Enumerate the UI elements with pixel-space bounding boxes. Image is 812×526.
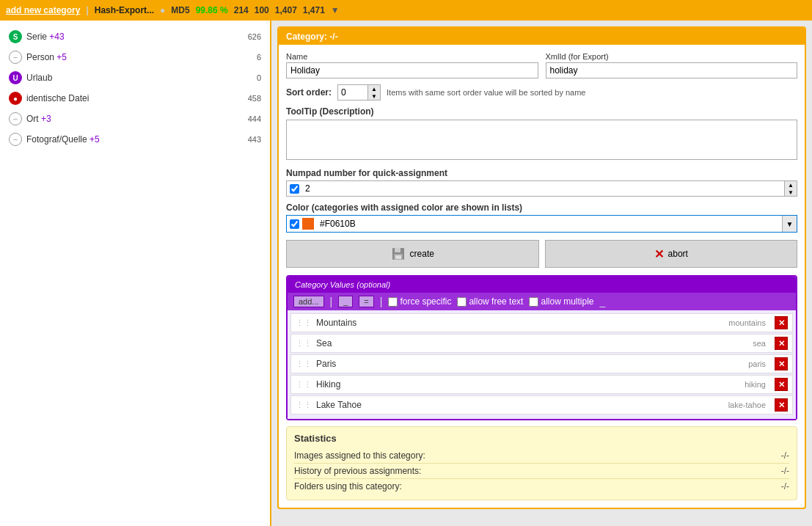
drag-handle-mountains[interactable]: ⋮⋮ xyxy=(296,318,312,328)
numpad-input[interactable] xyxy=(302,181,784,196)
color-swatch xyxy=(302,218,314,230)
statistics-title: Statistics xyxy=(294,433,789,444)
xmlid-input[interactable] xyxy=(546,62,798,78)
allow-free-text-checkbox[interactable] xyxy=(457,297,467,307)
right-panel: Category: -/- Name XmlId (for Export) xyxy=(271,21,812,526)
delete-hiking-btn[interactable]: ✕ xyxy=(775,378,788,391)
drag-handle-hiking[interactable]: ⋮⋮ xyxy=(296,380,312,390)
cat-values-toolbar: add... | _ = | force specific allow free… xyxy=(288,293,796,310)
value-id-hiking: hiking xyxy=(745,380,766,389)
value-name-laketahoe: Lake Tahoe xyxy=(316,400,724,410)
urlaub-icon: U xyxy=(9,71,22,84)
value-name-paris: Paris xyxy=(316,359,744,369)
value-id-paris: paris xyxy=(748,359,766,368)
abort-x-icon: ✕ xyxy=(654,247,664,261)
sort-down-btn[interactable]: ▼ xyxy=(368,92,380,100)
category-values-section: Category Values (optional) add... | _ = … xyxy=(286,275,797,420)
numpad-spinner: ▲ ▼ xyxy=(784,181,797,196)
sidebar: S Serie +43 626 − Person +5 6 U Urlaub 0… xyxy=(0,21,271,526)
color-input-row: ▼ xyxy=(286,215,797,233)
toolbar-btn2[interactable]: = xyxy=(359,296,373,307)
value-name-mountains: Mountains xyxy=(316,318,724,328)
toolbar-underscore: _ xyxy=(599,296,605,307)
sidebar-item-fotograf[interactable]: − Fotograf/Quelle +5 443 xyxy=(0,129,270,150)
cat-values-body: ⋮⋮ Mountains mountains ✕ ⋮⋮ Sea sea ✕ xyxy=(288,310,796,419)
sidebar-label-person: Person +5 xyxy=(26,52,239,62)
force-specific-label[interactable]: force specific xyxy=(388,296,451,307)
delete-paris-btn[interactable]: ✕ xyxy=(775,357,788,370)
list-item: ⋮⋮ Lake Tahoe lake-tahoe ✕ xyxy=(290,395,793,414)
value-id-laketahoe: lake-tahoe xyxy=(728,401,766,409)
num3: 1,407 xyxy=(275,5,297,15)
tooltip-group: ToolTip (Description) xyxy=(286,106,797,162)
sort-desc: Items with same sort order value will be… xyxy=(387,88,585,97)
md5-percent: 99.86 % xyxy=(196,5,228,15)
sidebar-label-fotograf: Fotograf/Quelle +5 xyxy=(26,134,239,145)
value-name-hiking: Hiking xyxy=(316,379,740,390)
separator-1: | xyxy=(86,5,88,15)
sidebar-count-fotograf: 443 xyxy=(239,135,261,144)
topbar-dropdown[interactable]: ▼ xyxy=(331,5,340,15)
delete-laketahoe-btn[interactable]: ✕ xyxy=(775,398,788,412)
stats-value-history: -/- xyxy=(760,466,789,476)
sidebar-label-serie: Serie +43 xyxy=(26,32,239,42)
add-category-link[interactable]: add new category xyxy=(6,5,80,15)
color-row: Color (categories with assigned color ar… xyxy=(286,202,797,233)
statistics-section: Statistics Images assigned to this categ… xyxy=(286,426,797,500)
name-input[interactable] xyxy=(286,62,538,78)
allow-multiple-label[interactable]: allow multiple xyxy=(529,296,593,307)
color-checkbox[interactable] xyxy=(290,219,299,229)
numpad-checkbox[interactable] xyxy=(290,184,299,194)
create-button[interactable]: create xyxy=(286,240,539,268)
sort-up-btn[interactable]: ▲ xyxy=(368,85,380,92)
stats-label-images: Images assigned to this category: xyxy=(294,450,760,461)
numpad-row: Numpad number for quick-assignment ▲ ▼ xyxy=(286,168,797,197)
num1: 214 xyxy=(234,5,249,15)
abort-button[interactable]: ✕ abort xyxy=(545,240,798,268)
list-item: ⋮⋮ Paris paris ✕ xyxy=(290,354,793,373)
delete-mountains-btn[interactable]: ✕ xyxy=(775,316,788,329)
sidebar-item-identische[interactable]: ● identische Datei 458 xyxy=(0,88,270,109)
sort-input[interactable] xyxy=(338,86,367,99)
delete-sea-btn[interactable]: ✕ xyxy=(775,337,788,350)
sidebar-item-urlaub[interactable]: U Urlaub 0 xyxy=(0,67,270,88)
value-id-sea: sea xyxy=(753,339,766,348)
xmlid-label: XmlId (for Export) xyxy=(546,52,798,61)
sort-label: Sort order: xyxy=(286,87,332,98)
sidebar-item-serie[interactable]: S Serie +43 626 xyxy=(0,26,270,47)
sidebar-item-person[interactable]: − Person +5 6 xyxy=(0,47,270,67)
allow-multiple-checkbox[interactable] xyxy=(529,297,538,307)
stats-label-folders: Folders using this category: xyxy=(294,481,760,492)
sidebar-count-person: 6 xyxy=(239,53,261,62)
button-row: create ✕ abort xyxy=(286,240,797,268)
category-body: Name XmlId (for Export) Sort order: ▲ xyxy=(279,45,805,508)
allow-free-text-label[interactable]: allow free text xyxy=(457,296,523,307)
numpad-down-btn[interactable]: ▼ xyxy=(785,189,797,196)
name-xmlid-row: Name XmlId (for Export) xyxy=(286,52,797,78)
md5-label: MD5 xyxy=(171,5,189,15)
stats-row-images: Images assigned to this category: -/- xyxy=(294,448,789,464)
tooltip-label: ToolTip (Description) xyxy=(286,106,797,117)
sidebar-count-identische: 458 xyxy=(239,94,261,103)
drag-handle-sea[interactable]: ⋮⋮ xyxy=(296,339,312,348)
stats-value-folders: -/- xyxy=(760,481,789,492)
force-specific-checkbox[interactable] xyxy=(388,297,398,307)
separator-2: ● xyxy=(160,5,165,15)
color-value-input[interactable] xyxy=(317,216,782,231)
ort-icon: − xyxy=(9,112,22,125)
name-label: Name xyxy=(286,52,538,61)
tooltip-textarea[interactable] xyxy=(286,120,797,160)
svg-rect-3 xyxy=(395,255,401,259)
numpad-up-btn[interactable]: ▲ xyxy=(785,181,797,189)
add-value-btn[interactable]: add... xyxy=(293,296,324,307)
color-dropdown-btn[interactable]: ▼ xyxy=(782,216,797,232)
sidebar-item-ort[interactable]: − Ort +3 444 xyxy=(0,109,270,129)
drag-handle-paris[interactable]: ⋮⋮ xyxy=(296,359,312,369)
drag-handle-laketahoe[interactable]: ⋮⋮ xyxy=(296,401,312,410)
num4: 1,471 xyxy=(303,5,325,15)
save-icon xyxy=(391,246,406,261)
toolbar-btn1[interactable]: _ xyxy=(338,296,353,307)
stats-row-history: History of previous assignments: -/- xyxy=(294,464,789,479)
hash-export-link[interactable]: Hash-Export... xyxy=(95,5,154,15)
stats-label-history: History of previous assignments: xyxy=(294,466,760,476)
